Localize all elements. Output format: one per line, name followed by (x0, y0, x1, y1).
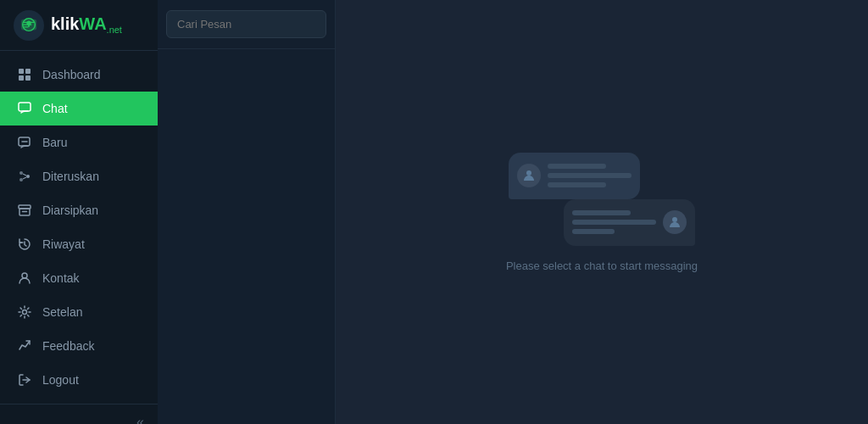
svg-rect-6 (19, 103, 31, 111)
sidebar-item-chat[interactable]: Chat (0, 92, 158, 126)
sidebar-item-setelan[interactable]: Setelan (0, 295, 158, 329)
sidebar: klikWA.net Dashboard (0, 0, 158, 424)
chevron-left-icon[interactable]: « (136, 415, 144, 424)
empty-state: Please select a chat to start messaging (506, 153, 698, 272)
avatar-left (517, 164, 541, 187)
bubble-lines-left (548, 164, 632, 187)
svg-rect-2 (19, 69, 24, 74)
chat-search-area (158, 0, 335, 49)
svg-point-10 (19, 178, 23, 181)
svg-line-13 (23, 177, 26, 179)
settings-icon (17, 304, 32, 320)
sidebar-item-dashboard[interactable]: Dashboard (0, 58, 158, 92)
svg-point-11 (26, 175, 30, 178)
svg-point-18 (23, 310, 27, 315)
avatar-right (663, 210, 687, 234)
history-icon (17, 237, 32, 252)
sidebar-item-feedback-label: Feedback (42, 339, 94, 353)
chat-icon (17, 101, 32, 116)
sidebar-item-dashboard-label: Dashboard (42, 68, 101, 81)
svg-line-12 (23, 174, 26, 176)
chat-panel (158, 0, 336, 424)
bubble-line (548, 182, 606, 187)
sidebar-item-diteruskan[interactable]: Diteruskan (0, 159, 158, 193)
archive-icon (17, 203, 32, 218)
chat-illustration (509, 153, 695, 246)
sidebar-item-chat-label: Chat (42, 102, 68, 115)
svg-point-20 (526, 170, 531, 176)
bubble-line (548, 173, 632, 178)
bubble-line (572, 220, 656, 225)
sidebar-item-riwayat-label: Riwayat (42, 237, 85, 251)
logo-icon (14, 10, 44, 41)
sidebar-item-logout[interactable]: Logout (0, 363, 158, 397)
svg-rect-5 (25, 75, 31, 81)
sidebar-item-feedback[interactable]: Feedback (0, 329, 158, 363)
sidebar-nav: Dashboard Chat Baru (0, 51, 158, 404)
sidebar-item-setelan-label: Setelan (42, 305, 82, 319)
sidebar-item-diarsipkan-label: Diarsipkan (42, 204, 98, 217)
bubble-line (572, 229, 615, 234)
sidebar-item-baru[interactable]: Baru (0, 126, 158, 159)
logout-icon (17, 372, 32, 388)
search-input[interactable] (166, 10, 326, 38)
svg-rect-4 (19, 75, 24, 81)
new-icon (17, 135, 32, 150)
dashboard-icon (17, 67, 32, 82)
sidebar-item-diteruskan-label: Diteruskan (42, 170, 99, 183)
empty-state-message: Please select a chat to start messaging (506, 259, 698, 272)
forward-icon (17, 169, 32, 184)
sidebar-item-baru-label: Baru (42, 136, 68, 149)
main-area: Please select a chat to start messaging (336, 0, 868, 424)
bubble-outgoing (564, 199, 695, 246)
sidebar-item-riwayat[interactable]: Riwayat (0, 227, 158, 261)
sidebar-item-kontak[interactable]: Kontak (0, 261, 158, 295)
svg-point-21 (672, 217, 677, 222)
svg-rect-3 (25, 69, 31, 74)
bubble-line (572, 210, 631, 215)
sidebar-collapse-area: « (0, 404, 158, 424)
logo: klikWA.net (0, 0, 158, 51)
bubble-line (548, 164, 606, 169)
bubble-incoming (509, 153, 640, 199)
sidebar-item-kontak-label: Kontak (42, 271, 80, 285)
contact-icon (17, 271, 32, 286)
svg-point-17 (22, 273, 27, 278)
sidebar-item-logout-label: Logout (42, 373, 79, 387)
sidebar-item-diarsipkan[interactable]: Diarsipkan (0, 193, 158, 227)
bubble-lines-right (572, 210, 656, 234)
chat-list (158, 49, 335, 424)
logo-text: klikWA.net (51, 14, 122, 35)
feedback-icon (17, 338, 32, 354)
svg-point-9 (19, 171, 23, 175)
